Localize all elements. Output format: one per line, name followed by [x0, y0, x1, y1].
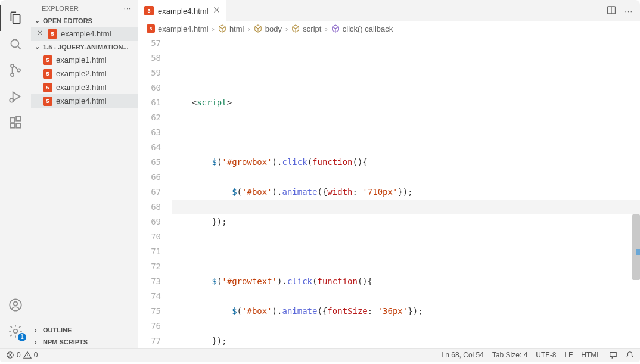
- eol[interactable]: LF: [564, 351, 573, 359]
- explorer-icon[interactable]: [0, 5, 31, 31]
- close-tab-icon[interactable]: [213, 6, 220, 15]
- search-icon[interactable]: [0, 31, 31, 57]
- extensions-icon[interactable]: [0, 110, 31, 136]
- svg-rect-8: [16, 116, 21, 121]
- code-content: <script> $('#growbox').click(function(){…: [172, 80, 640, 348]
- close-icon[interactable]: [36, 29, 44, 38]
- problems-indicator[interactable]: 0 0: [6, 351, 38, 359]
- split-editor-icon[interactable]: [607, 5, 616, 17]
- html-file-icon: 5: [43, 97, 52, 106]
- cursor-position[interactable]: Ln 68, Col 54: [442, 351, 484, 359]
- svg-point-3: [17, 69, 20, 71]
- tab-example4[interactable]: 5 example4.html: [138, 0, 227, 21]
- settings-gear-icon[interactable]: 1: [0, 318, 31, 344]
- file-item[interactable]: 5example4.html: [31, 94, 138, 108]
- method-icon: [331, 24, 340, 33]
- npm-scripts-section[interactable]: ›NPM SCRIPTS: [31, 336, 138, 348]
- svg-rect-7: [16, 123, 21, 128]
- open-editors-section[interactable]: ⌄OPEN EDITORS: [31, 14, 138, 27]
- editor-more-icon[interactable]: ···: [625, 7, 633, 15]
- svg-point-1: [11, 64, 14, 67]
- settings-badge: 1: [18, 333, 26, 341]
- source-control-icon[interactable]: [0, 57, 31, 83]
- language-mode[interactable]: HTML: [581, 351, 601, 359]
- html-file-icon: 5: [43, 55, 52, 65]
- html-file-icon: 5: [144, 6, 154, 15]
- html-file-icon: 5: [43, 83, 52, 92]
- encoding[interactable]: UTF-8: [536, 351, 556, 359]
- symbol-icon: [254, 24, 262, 33]
- svg-point-11: [14, 329, 18, 334]
- sidebar-more-icon[interactable]: ···: [124, 5, 131, 12]
- svg-rect-5: [10, 117, 15, 122]
- account-icon[interactable]: [0, 292, 31, 318]
- file-item[interactable]: 5example3.html: [31, 80, 138, 94]
- file-item[interactable]: 5example1.html: [31, 53, 138, 67]
- outline-section[interactable]: ›OUTLINE: [31, 324, 138, 336]
- status-bar: 0 0 Ln 68, Col 54 Tab Size: 4 UTF-8 LF H…: [0, 348, 640, 362]
- svg-rect-6: [10, 123, 15, 128]
- svg-point-10: [14, 302, 18, 306]
- feedback-icon[interactable]: [609, 351, 617, 359]
- breadcrumb[interactable]: 5example4.html › html › body › script › …: [138, 21, 640, 36]
- sidebar: EXPLORER ··· ⌄OPEN EDITORS 5 example4.ht…: [31, 0, 138, 348]
- line-gutter: 5758596061626364656667686970717273747576…: [138, 36, 172, 348]
- symbol-icon: [218, 24, 226, 33]
- html-file-icon: 5: [147, 24, 155, 33]
- file-item[interactable]: 5example2.html: [31, 67, 138, 80]
- code-editor[interactable]: 5758596061626364656667686970717273747576…: [138, 36, 640, 348]
- html-file-icon: 5: [48, 29, 57, 39]
- html-file-icon: 5: [43, 69, 52, 79]
- svg-point-0: [11, 39, 18, 47]
- tab-size[interactable]: Tab Size: 4: [492, 351, 527, 359]
- notifications-icon[interactable]: [626, 351, 634, 359]
- open-editor-item[interactable]: 5 example4.html: [31, 27, 138, 41]
- folder-section[interactable]: ⌄1.5 - JQUERY-ANIMATION...: [31, 41, 138, 53]
- svg-point-2: [11, 73, 14, 76]
- symbol-icon: [291, 24, 300, 33]
- run-debug-icon[interactable]: [0, 83, 31, 110]
- sidebar-title: EXPLORER: [42, 5, 79, 12]
